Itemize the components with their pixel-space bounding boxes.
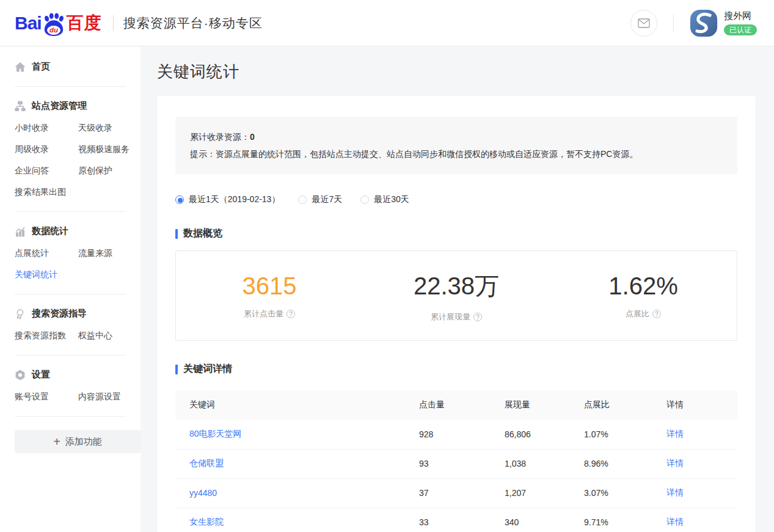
detail-link[interactable]: 详情 [666,517,684,527]
help-question-icon[interactable]: ? [473,313,482,321]
detail-link[interactable]: 详情 [666,487,684,497]
stat-label: 累计点击量 ? [176,308,363,319]
sidebar-item[interactable]: 搜索资源指数 [15,330,78,341]
user-avatar[interactable] [690,9,718,37]
overview-section-header: 数据概览 [175,227,737,240]
radio-dot [360,195,369,204]
user-name[interactable]: 搜外网 [724,10,751,22]
sidebar-divider [15,294,126,294]
sidebar-item[interactable]: 流量来源 [78,248,141,259]
ratio-cell: 3.07% [584,478,666,508]
ratio-cell: 1.07% [584,420,666,449]
overview-section-title: 数据概览 [183,227,222,240]
sidebar-section-settings: 设置 [15,369,141,381]
radio-label: 最近1天（2019-02-13） [189,194,280,205]
sidebar-item[interactable]: 原创保护 [78,166,141,177]
radio-last-1-day[interactable]: 最近1天（2019-02-13） [175,194,280,205]
radio-dot-selected [175,195,184,204]
souwaiwang-logo-icon [690,9,718,37]
sidebar-item[interactable]: 小时收录 [15,123,78,134]
sidebar-home-label: 首页 [32,61,50,73]
gear-icon [15,370,26,381]
sidebar-item[interactable]: 权益中心 [78,330,141,341]
user-meta: 搜外网 已认证 [724,10,757,35]
stat-value: 22.38万 [363,269,550,303]
stat-ctr: 1.62% 点展比 ? [550,272,737,319]
detail-link[interactable]: 详情 [666,458,684,468]
col-impressions: 展现量 [505,390,584,420]
sidebar-section-title: 站点资源管理 [32,100,87,112]
keywords-section-header: 关键词详情 [175,363,737,376]
radio-label: 最近30天 [374,194,409,205]
bar-chart-icon [15,226,26,237]
baidu-paw-icon: du [42,13,65,36]
stat-value: 1.62% [550,272,737,300]
notice-line1-value: 0 [250,132,255,142]
clicks-cell: 93 [419,449,505,478]
sidebar-item[interactable]: 账号设置 [15,392,78,403]
radio-last-7-days[interactable]: 最近7天 [298,194,342,205]
sidebar-item[interactable]: 周级收录 [15,144,78,155]
keyword-link[interactable]: 仓储联盟 [189,458,224,468]
section-accent-bar [175,365,178,374]
sidebar-section-site-resources: 站点资源管理 [15,100,141,112]
table-header-row: 关键词 点击量 展现量 点展比 详情 [175,390,737,420]
sidebar-item[interactable]: 点展统计 [15,248,78,259]
stat-label: 点展比 ? [550,308,737,319]
sidebar-divider [15,211,126,212]
header-divider [673,14,674,32]
notice-line1: 累计收录资源：0 [190,128,723,145]
help-question-icon[interactable]: ? [287,310,295,318]
content-card: 累计收录资源：0 提示：资源点展量的统计范围，包括站点主动提交、站点自动同步和微… [157,96,756,532]
detail-link[interactable]: 详情 [666,429,684,439]
sidebar-section-guidance: 搜索资源指导 [15,308,141,319]
sidebar-item[interactable]: 视频极速服务 [78,144,141,155]
overview-stats-box: 3615 累计点击量 ? 22.38万 累计展现量 ? 1.62% [175,250,737,341]
sidebar-section-items: 账号设置 内容源设置 [15,392,141,403]
impressions-cell: 1,038 [505,449,584,478]
baidu-logo[interactable]: Bai du 百度 [15,12,102,35]
sidebar-item[interactable]: 搜索结果出图 [15,187,78,198]
add-function-button[interactable]: + 添加功能 [15,430,141,453]
sidebar-divider [15,86,126,87]
mail-button[interactable] [630,10,657,37]
col-detail: 详情 [666,390,737,420]
sidebar: 首页 站点资源管理 小时收录 天级收录 周级收录 视频极速服务 企业问答 原创保… [0,46,141,532]
keyword-link[interactable]: 女生影院 [189,517,224,527]
sidebar-item[interactable]: 企业问答 [15,166,78,177]
sidebar-item-home[interactable]: 首页 [15,61,141,73]
col-ratio: 点展比 [584,390,666,420]
header-right: 搜外网 已认证 [630,9,757,37]
sidebar-divider [15,416,126,417]
notice-line2: 提示：资源点展量的统计范围，包括站点主动提交、站点自动同步和微信授权的移动或自适… [190,145,723,162]
radio-last-30-days[interactable]: 最近30天 [360,194,409,205]
clicks-cell: 37 [419,478,505,508]
keywords-table: 关键词 点击量 展现量 点展比 详情 80电影天堂网 928 86,806 1.… [175,390,737,532]
sidebar-item-keyword-stats-active[interactable]: 关键词统计 [15,269,78,280]
logo-text-baidu-cn: 百度 [67,12,102,35]
impressions-cell: 86,806 [505,420,584,449]
section-accent-bar [175,229,178,239]
table-row: 仓储联盟 93 1,038 8.96% 详情 [175,449,737,478]
svg-text:du: du [49,26,58,34]
impressions-cell: 1,207 [505,478,584,508]
sidebar-item[interactable]: 天级收录 [78,123,141,134]
sidebar-section-title: 数据统计 [32,225,68,237]
stat-label-text: 累计展现量 [431,312,470,322]
plus-icon: + [53,435,60,448]
keyword-link[interactable]: 80电影天堂网 [189,429,242,439]
stat-label-text: 点展比 [626,308,649,319]
stat-total-clicks: 3615 累计点击量 ? [176,272,363,319]
main-content: 关键词统计 累计收录资源：0 提示：资源点展量的统计范围，包括站点主动提交、站点… [141,46,774,532]
notice-box: 累计收录资源：0 提示：资源点展量的统计范围，包括站点主动提交、站点自动同步和微… [175,117,737,174]
keyword-link[interactable]: yy4480 [189,488,217,498]
sidebar-section-data-stats: 数据统计 [15,225,141,237]
logo-divider [113,15,114,31]
clicks-cell: 33 [419,508,505,532]
table-row: yy4480 37 1,207 3.07% 详情 [175,478,737,508]
table-row: 女生影院 33 340 9.71% 详情 [175,508,737,532]
sidebar-item[interactable]: 内容源设置 [78,392,141,403]
stat-value: 3615 [176,272,363,300]
sidebar-divider [15,355,126,355]
help-question-icon[interactable]: ? [652,310,661,318]
